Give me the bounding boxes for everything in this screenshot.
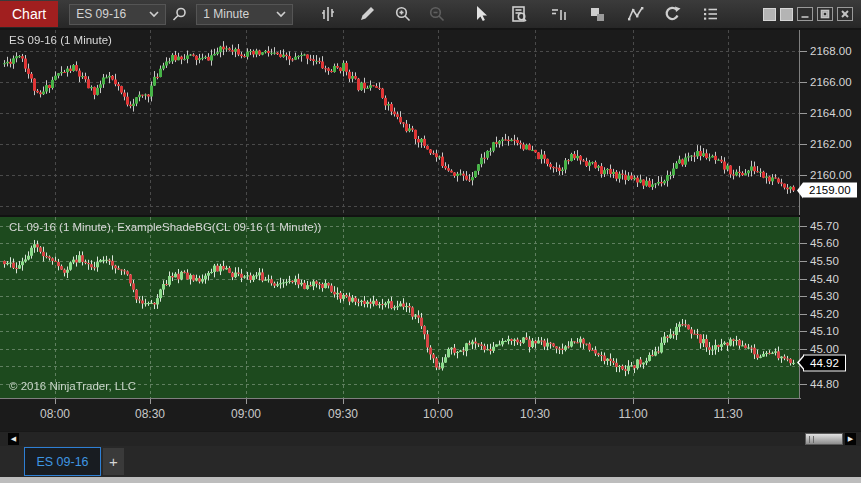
time-axis-label: 09:00 [231,407,261,421]
price-axis-tick [800,51,807,52]
zoom-out-icon [424,3,450,25]
scroll-left-button[interactable]: ◀ [8,433,19,445]
scrollbar-thumb[interactable] [805,433,843,445]
price-axis-tick [800,296,807,297]
scrollbar-grip [809,436,814,443]
price-axis-tick [800,175,807,176]
close-button[interactable] [837,7,853,21]
es-candlestick-canvas[interactable] [0,30,800,215]
time-axis-label: 09:30 [328,407,358,421]
minimize-icon [800,9,810,19]
time-axis-tick [728,399,729,404]
add-tab-button[interactable]: + [103,448,124,475]
maximize-icon [820,9,830,19]
price-axis-tick [800,226,807,227]
time-axis-label: 11:30 [713,407,742,421]
chart-style-icon[interactable] [315,3,341,25]
zoom-in-icon[interactable] [390,3,416,25]
time-axis-label: 10:00 [423,407,453,421]
time-axis-tick [55,399,56,404]
price-axis-label: 2166.00 [810,76,852,88]
es-plot-area[interactable]: ES 09-16 (1 Minute) [0,30,800,215]
tile-windows-icon[interactable] [584,3,610,25]
price-axis-label: 2168.00 [810,45,852,57]
price-axis-label: 45.40 [810,273,839,285]
time-axis-label: 11:00 [618,407,647,421]
tab-es-09-16[interactable]: ES 09-16 [24,447,101,476]
chevron-down-icon [149,11,159,18]
price-axis-tick [800,243,807,244]
time-axis-label: 10:30 [520,407,550,421]
price-axis-tick [800,349,807,350]
chart-trader-icon[interactable] [546,3,572,25]
price-axis-tick [800,279,807,280]
es-last-price-badge: 2159.00 [803,183,857,198]
cursor-icon[interactable] [468,3,494,25]
chevron-down-icon [276,11,286,18]
interval-link-button[interactable] [780,8,793,21]
price-axis-tick [800,384,807,385]
cl-plot-area[interactable]: CL 09-16 (1 Minute), ExampleShadeBG(CL 0… [0,217,800,398]
time-axis-tick [150,399,151,404]
price-axis-tick [800,261,807,262]
cl-last-price-badge: 44.92 [803,354,846,371]
time-axis-tick [343,399,344,404]
price-axis-label: 2162.00 [810,138,852,150]
instrument-selector-value: ES 09-16 [76,7,149,21]
price-axis-label: 44.80 [810,378,839,390]
titlebar: Chart ES 09-16 1 Minute [0,0,861,30]
price-axis-label: 45.00 [810,343,839,355]
interval-selector-value: 1 Minute [203,7,276,21]
time-axis-tick [438,399,439,404]
price-axis-label: 45.50 [810,255,839,267]
price-axis-label: 2164.00 [810,107,852,119]
price-axis-label: 45.70 [810,220,839,232]
polyline-draw-icon[interactable] [622,3,648,25]
instrument-link-button[interactable] [763,8,776,21]
tab-bar: ES 09-16 + [0,446,861,477]
price-panel-cl: CL 09-16 (1 Minute), ExampleShadeBG(CL 0… [0,217,861,398]
copyright-text: © 2016 NinjaTrader, LLC [9,380,136,392]
price-axis-tick [800,144,807,145]
scroll-right-button[interactable]: ▶ [845,433,856,445]
minimize-button[interactable] [797,7,813,21]
time-axis-label: 08:30 [135,407,165,421]
price-axis-label: 45.60 [810,237,839,249]
horizontal-scrollbar[interactable]: ◀ ▶ [0,431,861,446]
data-box-icon[interactable] [506,3,532,25]
time-axis-tick [633,399,634,404]
close-icon [840,9,850,19]
price-axis-tick [800,314,807,315]
price-axis-tick [800,331,807,332]
price-axis-label: 45.30 [810,290,839,302]
price-axis-tick [800,82,807,83]
window-bottom-edge [0,477,861,483]
instrument-selector[interactable]: ES 09-16 [69,4,166,25]
interval-selector[interactable]: 1 Minute [196,4,293,25]
time-axis-border [0,398,801,399]
reload-icon[interactable] [659,3,685,25]
maximize-button[interactable] [817,7,833,21]
price-axis-tick [800,113,807,114]
window-title: Chart [0,1,58,27]
time-axis-tick [246,399,247,404]
time-axis-tick [535,399,536,404]
chart-area: ES 09-16 (1 Minute) 2159.00 2168.002166.… [0,30,861,431]
price-panel-es: ES 09-16 (1 Minute) 2159.00 2168.002166.… [0,30,861,215]
cl-candlestick-canvas[interactable] [0,217,800,398]
properties-list-icon[interactable] [697,3,723,25]
price-axis-label: 45.20 [810,308,839,320]
time-axis-label: 08:00 [40,407,70,421]
es-panel-label: ES 09-16 (1 Minute) [9,34,112,46]
price-axis-label: 45.10 [810,325,839,337]
instrument-search-icon[interactable] [166,3,192,25]
cl-price-axis[interactable]: 44.92 45.7045.6045.5045.4045.3045.2045.1… [800,217,861,398]
cl-panel-label: CL 09-16 (1 Minute), ExampleShadeBG(CL 0… [9,221,321,233]
chart-window: Chart ES 09-16 1 Minute [0,0,861,483]
es-price-axis[interactable]: 2159.00 2168.002166.002164.002162.002160… [800,30,861,215]
price-axis-label: 2160.00 [810,169,852,181]
draw-pencil-icon[interactable] [354,3,380,25]
time-axis[interactable]: 08:0008:3009:0009:3010:0010:3011:0011:30 [0,398,861,431]
